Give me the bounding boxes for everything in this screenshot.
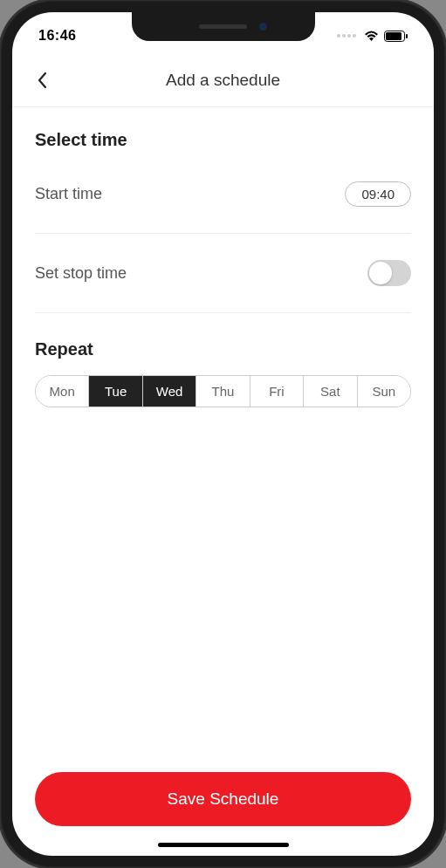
nav-header: Add a schedule	[12, 52, 434, 107]
start-time-row: Start time 09:40	[35, 155, 411, 234]
content: Select time Start time 09:40 Set stop ti…	[12, 107, 434, 772]
battery-icon	[384, 31, 408, 42]
day-sun[interactable]: Sun	[358, 376, 410, 407]
stop-time-toggle[interactable]	[367, 260, 411, 286]
save-schedule-button[interactable]: Save Schedule	[35, 772, 411, 826]
stop-time-label: Set stop time	[35, 264, 127, 283]
notch	[132, 12, 315, 41]
day-thu[interactable]: Thu	[196, 376, 250, 407]
screen: 16:46 Add a schedule Select time Start t…	[12, 12, 434, 856]
chevron-left-icon	[37, 72, 47, 89]
svg-rect-2	[406, 34, 408, 38]
home-indicator[interactable]	[158, 843, 289, 847]
wifi-icon	[364, 31, 379, 42]
toggle-knob	[369, 262, 392, 284]
stop-time-row: Set stop time	[35, 234, 411, 313]
status-indicators	[337, 31, 408, 42]
signal-dots-icon	[337, 34, 356, 38]
day-wed[interactable]: Wed	[143, 376, 196, 407]
phone-frame: 16:46 Add a schedule Select time Start t…	[0, 0, 446, 868]
day-tue[interactable]: Tue	[89, 376, 142, 407]
day-fri[interactable]: Fri	[250, 376, 304, 407]
day-sat[interactable]: Sat	[304, 376, 357, 407]
start-time-value[interactable]: 09:40	[345, 181, 411, 207]
page-title: Add a schedule	[12, 71, 434, 90]
select-time-heading: Select time	[35, 130, 411, 150]
svg-rect-1	[386, 32, 401, 40]
back-button[interactable]	[30, 68, 54, 92]
day-mon[interactable]: Mon	[36, 376, 89, 407]
repeat-heading: Repeat	[35, 339, 411, 359]
day-selector: Mon Tue Wed Thu Fri Sat Sun	[35, 375, 411, 407]
start-time-label: Start time	[35, 185, 102, 203]
status-time: 16:46	[38, 28, 76, 44]
